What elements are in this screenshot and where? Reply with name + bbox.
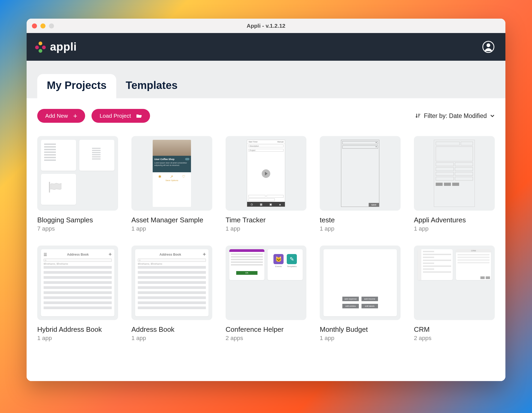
thumb-crm-header: CRM: [456, 249, 491, 252]
project-card-blogging-samples[interactable]: Blogging Samples 7 apps: [37, 136, 118, 232]
thumb-sublabel: Save Options: [153, 179, 191, 183]
thumb-templates: Templates: [286, 265, 297, 268]
project-sub: 1 app: [131, 225, 212, 232]
tab-my-projects[interactable]: My Projects: [37, 74, 116, 98]
project-title: Conference Helper: [226, 325, 306, 334]
project-sub: 1 app: [37, 335, 118, 342]
logo-icon: [35, 41, 46, 53]
project-thumb: [414, 136, 495, 211]
project-sub: 2 apps: [226, 335, 306, 342]
thumb-title: User Coffee Shop: [154, 158, 189, 161]
project-sub: 1 app: [320, 335, 401, 342]
thumb-header: Address Book: [159, 253, 181, 256]
project-sub: 1 app: [131, 335, 212, 342]
add-new-label: Add New: [45, 113, 68, 119]
window-title: Appli - v.1.2.12: [27, 23, 505, 29]
sort-icon: [415, 113, 421, 119]
project-title: Asset Manager Sample: [131, 216, 212, 224]
thumb-field: Project: [248, 149, 284, 152]
project-thumb: Address Book+ $firstName, $firstName: [131, 246, 212, 320]
project-title: Monthly Budget: [320, 325, 401, 334]
project-sub: 7 apps: [37, 225, 118, 232]
projects-panel: Add New + Load Project Filter by: Date: [27, 98, 505, 381]
svg-rect-2: [49, 182, 50, 193]
project-title: Time Tracker: [226, 216, 306, 224]
filter-label: Filter by: Date Modified: [424, 112, 487, 120]
project-thumb: OK 🐱Events ✎Templates: [226, 246, 306, 320]
project-card-conference-helper[interactable]: OK 🐱Events ✎Templates Conference Helper …: [226, 246, 306, 342]
project-thumb: save: [320, 136, 401, 211]
project-sub: 1 app: [320, 225, 401, 232]
chevron-down-icon: [490, 113, 495, 118]
project-card-address-book[interactable]: Address Book+ $firstName, $firstName Add…: [131, 246, 212, 342]
brand-logo: appli: [35, 40, 77, 53]
project-sub: 1 app: [226, 225, 306, 232]
project-thumb: CRM: [414, 246, 495, 320]
project-card-time-tracker[interactable]: Start TimerManual Description Project ◷▦…: [226, 136, 306, 232]
tab-bar: My Projects Templates: [27, 61, 505, 98]
project-card-hybrid-address-book[interactable]: ☰Address Book+ $firstName, $firstName Hy…: [37, 246, 118, 342]
project-thumb: ☰Address Book+ $firstName, $firstName: [37, 246, 118, 320]
svg-point-1: [487, 43, 490, 47]
project-thumb: [37, 136, 118, 211]
project-card-appli-adventures[interactable]: Appli Adventures 1 app: [414, 136, 495, 232]
project-sub: 1 app: [414, 225, 495, 232]
project-card-teste[interactable]: save teste 1 app: [320, 136, 401, 232]
thumb-header: Address Book: [67, 253, 89, 256]
project-title: Blogging Samples: [37, 216, 118, 224]
user-account-icon[interactable]: [482, 40, 495, 53]
project-thumb: Start TimerManual Description Project ◷▦…: [226, 136, 306, 211]
project-title: CRM: [414, 325, 495, 334]
project-title: Hybrid Address Book: [37, 325, 118, 334]
add-new-button[interactable]: Add New +: [37, 109, 85, 123]
thumb-save: save: [369, 203, 379, 207]
project-thumb: add expenseadd income edit entriesedit l…: [320, 246, 401, 320]
load-project-button[interactable]: Load Project: [92, 109, 150, 123]
plus-icon: +: [73, 112, 77, 119]
app-window: Appli - v.1.2.12 appli My Projects Templ…: [27, 19, 505, 381]
content-area: My Projects Templates Add New + Load Pro…: [27, 61, 505, 381]
tab-templates[interactable]: Templates: [116, 74, 187, 98]
thumb-field: Description: [248, 145, 284, 147]
menu-icon: ☰: [44, 252, 47, 257]
brand-name: appli: [50, 40, 77, 53]
project-title: Address Book: [131, 325, 212, 334]
titlebar: Appli - v.1.2.12: [27, 19, 505, 33]
load-project-label: Load Project: [99, 113, 131, 119]
project-card-crm[interactable]: CRM CRM 2 apps: [414, 246, 495, 342]
project-title: teste: [320, 216, 401, 224]
app-header: appli: [27, 33, 505, 61]
project-card-monthly-budget[interactable]: add expenseadd income edit entriesedit l…: [320, 246, 401, 342]
folder-open-icon: [136, 113, 142, 118]
thumb-events: Events: [273, 265, 284, 268]
project-sub: 2 apps: [414, 335, 495, 342]
filter-dropdown[interactable]: Filter by: Date Modified: [415, 112, 495, 120]
project-card-asset-manager[interactable]: User Coffee Shop Lorem ipsum dolor sit a…: [131, 136, 212, 232]
toolbar: Add New + Load Project Filter by: Date: [37, 109, 495, 123]
projects-grid: Blogging Samples 7 apps User Coffee Shop…: [37, 136, 495, 342]
project-thumb: User Coffee Shop Lorem ipsum dolor sit a…: [131, 136, 212, 211]
project-title: Appli Adventures: [414, 216, 495, 224]
